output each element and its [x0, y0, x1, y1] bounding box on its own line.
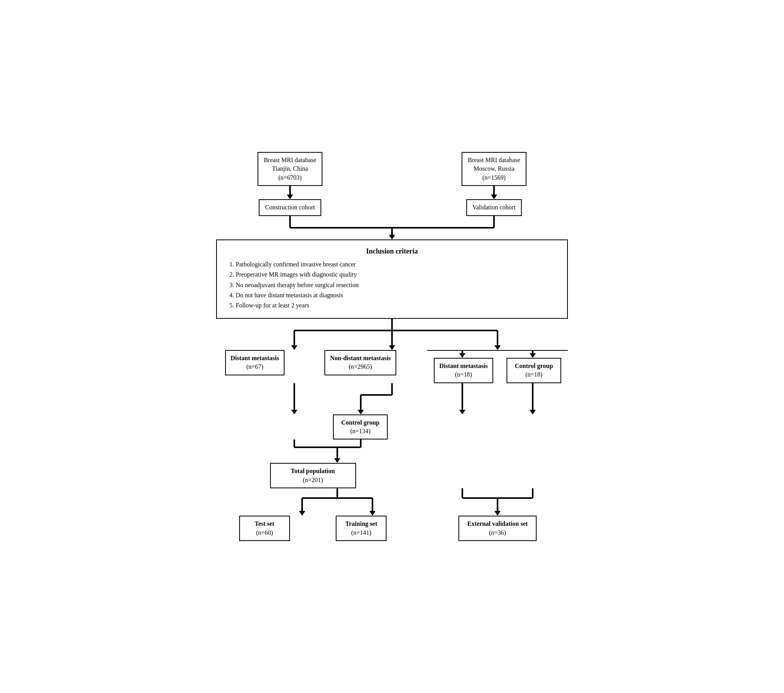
external-validation-label: External validation set: [467, 520, 528, 527]
db-right-line3: (n=1569): [482, 174, 506, 181]
final-connector: [216, 488, 568, 516]
control-right-label: Control group: [515, 363, 553, 369]
svg-marker-9: [291, 345, 297, 350]
inclusion-list: 1. Pathologically confirmed invasive bre…: [229, 260, 555, 310]
control-left-n: (n=134): [350, 428, 371, 434]
training-set-label: Training set: [345, 520, 377, 527]
db-right-line2: Moscow, Russia: [474, 165, 515, 172]
distant-metastasis-left-n: (n=67): [246, 363, 263, 370]
svg-marker-42: [369, 511, 376, 516]
non-distant-box: Non-distant metastasis (n=2965): [324, 350, 396, 375]
mid-connector: [216, 383, 568, 414]
svg-marker-36: [334, 458, 340, 463]
test-set-box: Test set (n=60): [239, 516, 290, 541]
svg-marker-30: [530, 410, 536, 414]
svg-marker-18: [459, 353, 465, 358]
validation-split-top: [427, 350, 568, 358]
total-population-box: Total population (n=201): [270, 463, 356, 488]
db-left-box: Breast MRI database Tianjin, China (n=67…: [258, 152, 322, 186]
svg-marker-11: [389, 345, 395, 350]
svg-marker-5: [389, 235, 395, 239]
inclusion-item-4: 4. Do not have distant metastasis at dia…: [229, 291, 555, 300]
construction-cohort-label: Construction cohort: [265, 204, 315, 211]
training-set-n: (n=141): [351, 529, 371, 536]
total-population-label: Total population: [291, 468, 335, 474]
arrow-db-right: [491, 186, 497, 199]
db-left-line3: (n=6703): [278, 174, 302, 181]
distant-metastasis-left-label: Distant metastasis: [231, 355, 279, 361]
control-left-box: Control group (n=134): [333, 414, 388, 440]
inclusion-criteria-box: Inclusion criteria 1. Pathologically con…: [216, 239, 568, 319]
cohort-to-inclusion-connector: [216, 216, 568, 239]
validation-cohort-box: Validation cohort: [466, 199, 522, 216]
svg-marker-28: [459, 410, 465, 414]
distant-metastasis-right-box: Distant metastasis (n=18): [434, 358, 493, 383]
inclusion-item-3: 3. No neoadjuvant therapy before surgica…: [229, 281, 555, 289]
svg-marker-48: [494, 511, 501, 516]
non-distant-n: (n=2965): [349, 363, 372, 370]
control-right-n: (n=18): [525, 371, 542, 378]
control-right-box: Control group (n=18): [507, 358, 561, 383]
distant-metastasis-right-n: (n=18): [455, 371, 472, 378]
flowchart: Breast MRI database Tianjin, China (n=67…: [216, 152, 568, 541]
arrow-db-left: [287, 186, 293, 199]
svg-marker-24: [358, 410, 364, 414]
validation-cohort-label: Validation cohort: [473, 204, 516, 211]
db-left-line1: Breast MRI database: [264, 157, 316, 163]
svg-marker-20: [530, 353, 536, 358]
svg-marker-14: [494, 345, 501, 350]
training-set-box: Training set (n=141): [336, 516, 387, 541]
inclusion-split-connector: [216, 319, 568, 350]
db-right-line1: Breast MRI database: [468, 157, 520, 163]
svg-marker-40: [299, 511, 305, 516]
inclusion-title: Inclusion criteria: [229, 246, 555, 256]
svg-marker-26: [291, 410, 297, 414]
external-validation-n: (n=36): [489, 529, 506, 536]
test-set-n: (n=60): [256, 529, 273, 536]
test-set-label: Test set: [254, 520, 274, 527]
control-left-label: Control group: [341, 419, 379, 426]
db-left-line2: Tianjin, China: [272, 165, 308, 172]
to-total-connector: [216, 439, 568, 463]
total-population-n: (n=201): [303, 477, 323, 483]
non-distant-label: Non-distant metastasis: [330, 355, 390, 361]
distant-metastasis-right-label: Distant metastasis: [439, 363, 488, 369]
db-right-box: Breast MRI database Moscow, Russia (n=15…: [462, 152, 526, 186]
external-validation-box: External validation set (n=36): [458, 516, 537, 541]
inclusion-item-5: 5. Follow-up for at least 2 years: [229, 301, 555, 310]
inclusion-item-1: 1. Pathologically confirmed invasive bre…: [229, 260, 555, 269]
inclusion-item-2: 2. Preoperative MR images with diagnosti…: [229, 270, 555, 279]
distant-metastasis-left-box: Distant metastasis (n=67): [225, 350, 285, 375]
construction-cohort-box: Construction cohort: [259, 199, 321, 216]
